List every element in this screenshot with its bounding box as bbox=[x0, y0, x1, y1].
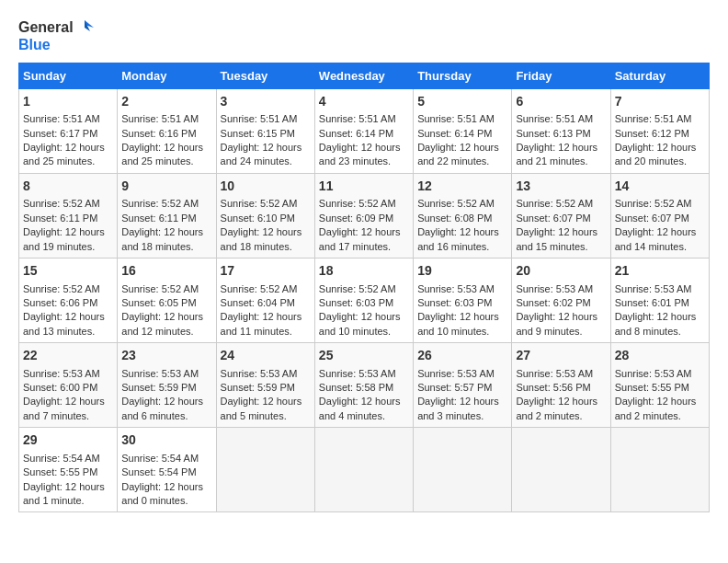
day-number: 16 bbox=[121, 262, 211, 281]
calendar-table: SundayMondayTuesdayWednesdayThursdayFrid… bbox=[18, 63, 710, 513]
day-info: Sunrise: 5:52 AM bbox=[121, 282, 211, 296]
day-info: Sunrise: 5:52 AM bbox=[615, 197, 705, 211]
day-info: Sunrise: 5:52 AM bbox=[319, 282, 409, 296]
calendar-cell: 12Sunrise: 5:52 AMSunset: 6:08 PMDayligh… bbox=[414, 173, 512, 258]
calendar-cell: 14Sunrise: 5:52 AMSunset: 6:07 PMDayligh… bbox=[610, 173, 709, 258]
calendar-cell: 7Sunrise: 5:51 AMSunset: 6:12 PMDaylight… bbox=[610, 88, 709, 173]
calendar-cell: 19Sunrise: 5:53 AMSunset: 6:03 PMDayligh… bbox=[414, 258, 512, 342]
day-info: Sunset: 6:13 PM bbox=[516, 127, 606, 141]
day-info: Sunrise: 5:52 AM bbox=[221, 282, 311, 296]
calendar-cell: 26Sunrise: 5:53 AMSunset: 5:57 PMDayligh… bbox=[414, 343, 512, 428]
day-info: Sunrise: 5:53 AM bbox=[516, 282, 606, 296]
day-info: Sunrise: 5:52 AM bbox=[121, 197, 211, 211]
day-info: Sunset: 6:03 PM bbox=[417, 296, 507, 310]
day-header-sunday: Sunday bbox=[19, 63, 118, 88]
day-info: Daylight: 12 hours bbox=[516, 310, 606, 324]
day-info: and 14 minutes. bbox=[615, 240, 705, 254]
day-info: and 18 minutes. bbox=[121, 240, 211, 254]
calendar-cell bbox=[216, 428, 314, 512]
day-info: Sunset: 6:02 PM bbox=[516, 296, 606, 310]
day-info: and 3 minutes. bbox=[417, 409, 507, 423]
day-info: Sunset: 5:59 PM bbox=[121, 381, 211, 395]
calendar-cell: 16Sunrise: 5:52 AMSunset: 6:05 PMDayligh… bbox=[118, 258, 216, 342]
day-info: Daylight: 12 hours bbox=[121, 141, 211, 155]
day-header-monday: Monday bbox=[118, 63, 216, 88]
day-info: and 12 minutes. bbox=[121, 325, 211, 339]
day-info: Sunrise: 5:53 AM bbox=[417, 367, 507, 381]
calendar-cell bbox=[414, 428, 512, 512]
calendar-cell: 24Sunrise: 5:53 AMSunset: 5:59 PMDayligh… bbox=[216, 343, 314, 428]
day-info: Sunset: 6:07 PM bbox=[615, 212, 705, 225]
calendar-cell: 5Sunrise: 5:51 AMSunset: 6:14 PMDaylight… bbox=[414, 88, 512, 173]
day-number: 26 bbox=[417, 347, 507, 365]
day-info: Sunset: 6:16 PM bbox=[121, 127, 211, 141]
logo-bird-icon bbox=[75, 18, 94, 37]
day-info: Sunrise: 5:52 AM bbox=[23, 197, 113, 211]
calendar-cell: 27Sunrise: 5:53 AMSunset: 5:56 PMDayligh… bbox=[512, 343, 610, 428]
day-info: Sunset: 6:14 PM bbox=[417, 127, 507, 141]
day-info: and 10 minutes. bbox=[417, 325, 507, 339]
day-number: 14 bbox=[615, 178, 705, 196]
day-info: Sunrise: 5:53 AM bbox=[23, 367, 113, 381]
calendar-cell: 3Sunrise: 5:51 AMSunset: 6:15 PMDaylight… bbox=[216, 88, 314, 173]
day-info: and 24 minutes. bbox=[221, 155, 311, 168]
calendar-cell: 17Sunrise: 5:52 AMSunset: 6:04 PMDayligh… bbox=[216, 258, 314, 342]
day-info: and 4 minutes. bbox=[319, 409, 409, 423]
day-number: 27 bbox=[516, 347, 606, 365]
day-info: Sunrise: 5:51 AM bbox=[221, 112, 311, 126]
day-info: Daylight: 12 hours bbox=[319, 395, 409, 408]
day-info: Sunset: 5:57 PM bbox=[417, 381, 507, 395]
day-header-saturday: Saturday bbox=[610, 63, 709, 88]
day-info: Sunset: 6:04 PM bbox=[221, 296, 311, 310]
day-number: 19 bbox=[417, 262, 507, 281]
day-info: Daylight: 12 hours bbox=[615, 225, 705, 239]
day-number: 17 bbox=[221, 262, 311, 281]
calendar-cell: 10Sunrise: 5:52 AMSunset: 6:10 PMDayligh… bbox=[216, 173, 314, 258]
header: General Blue bbox=[18, 18, 710, 53]
week-row-2: 15Sunrise: 5:52 AMSunset: 6:06 PMDayligh… bbox=[19, 258, 710, 342]
week-row-3: 22Sunrise: 5:53 AMSunset: 6:00 PMDayligh… bbox=[19, 343, 710, 428]
day-info: and 16 minutes. bbox=[417, 240, 507, 254]
day-info: Daylight: 12 hours bbox=[121, 225, 211, 239]
day-info: Sunset: 5:55 PM bbox=[23, 465, 113, 479]
day-info: Sunrise: 5:53 AM bbox=[516, 367, 606, 381]
day-info: Sunset: 6:11 PM bbox=[121, 212, 211, 225]
day-info: and 18 minutes. bbox=[221, 240, 311, 254]
day-number: 21 bbox=[615, 262, 705, 281]
calendar-cell: 2Sunrise: 5:51 AMSunset: 6:16 PMDaylight… bbox=[118, 88, 216, 173]
calendar-cell: 13Sunrise: 5:52 AMSunset: 6:07 PMDayligh… bbox=[512, 173, 610, 258]
calendar-cell: 4Sunrise: 5:51 AMSunset: 6:14 PMDaylight… bbox=[314, 88, 413, 173]
calendar-cell: 23Sunrise: 5:53 AMSunset: 5:59 PMDayligh… bbox=[118, 343, 216, 428]
day-number: 11 bbox=[319, 178, 409, 196]
day-info: Sunset: 6:01 PM bbox=[615, 296, 705, 310]
day-info: Daylight: 12 hours bbox=[23, 141, 113, 155]
day-info: and 2 minutes. bbox=[615, 409, 705, 423]
calendar-cell: 1Sunrise: 5:51 AMSunset: 6:17 PMDaylight… bbox=[19, 88, 118, 173]
calendar-cell: 18Sunrise: 5:52 AMSunset: 6:03 PMDayligh… bbox=[314, 258, 413, 342]
day-number: 24 bbox=[221, 347, 311, 365]
day-info: and 13 minutes. bbox=[23, 325, 113, 339]
day-info: Sunset: 5:59 PM bbox=[221, 381, 311, 395]
day-info: Sunset: 6:10 PM bbox=[221, 212, 311, 225]
day-number: 22 bbox=[23, 347, 113, 365]
day-info: Sunrise: 5:54 AM bbox=[23, 452, 113, 465]
day-header-wednesday: Wednesday bbox=[314, 63, 413, 88]
day-info: Sunset: 5:55 PM bbox=[615, 381, 705, 395]
day-info: and 19 minutes. bbox=[23, 240, 113, 254]
day-info: Daylight: 12 hours bbox=[516, 395, 606, 408]
day-number: 10 bbox=[221, 178, 311, 196]
day-info: Daylight: 12 hours bbox=[319, 141, 409, 155]
day-info: and 9 minutes. bbox=[516, 325, 606, 339]
day-number: 8 bbox=[23, 178, 113, 196]
day-number: 6 bbox=[516, 93, 606, 111]
day-info: Daylight: 12 hours bbox=[221, 395, 311, 408]
day-info: Sunset: 5:54 PM bbox=[121, 465, 211, 479]
logo: General Blue bbox=[18, 18, 94, 53]
day-number: 3 bbox=[221, 93, 311, 111]
day-info: Daylight: 12 hours bbox=[417, 395, 507, 408]
day-info: and 25 minutes. bbox=[23, 155, 113, 168]
day-info: Sunrise: 5:52 AM bbox=[23, 282, 113, 296]
day-info: Sunrise: 5:51 AM bbox=[23, 112, 113, 126]
day-info: Sunrise: 5:53 AM bbox=[319, 367, 409, 381]
day-info: Sunset: 6:17 PM bbox=[23, 127, 113, 141]
